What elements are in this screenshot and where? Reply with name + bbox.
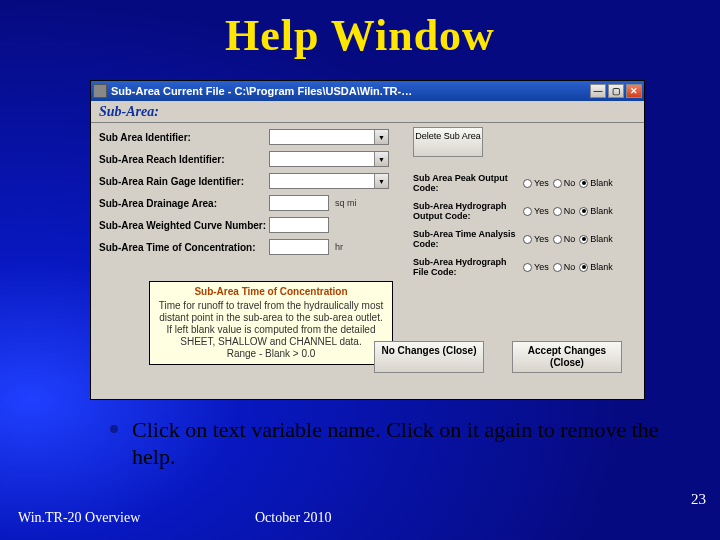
footer-date: October 2010: [255, 510, 332, 526]
label-hydro-code: Sub-Area Hydrograph Output Code:: [413, 201, 523, 221]
app-window: Sub-Area Current File - C:\Program Files…: [90, 80, 645, 400]
hydro-yes-radio[interactable]: Yes: [523, 206, 549, 216]
file-blank-radio[interactable]: Blank: [579, 262, 613, 272]
peak-yes-radio[interactable]: Yes: [523, 178, 549, 188]
time-blank-radio[interactable]: Blank: [579, 234, 613, 244]
file-no-radio[interactable]: No: [553, 262, 576, 272]
right-column: Sub Area Peak Output Code: Yes No Blank …: [413, 173, 637, 285]
label-identifier: Sub Area Identifier:: [99, 132, 269, 143]
chevron-down-icon[interactable]: ▼: [374, 174, 388, 188]
time-yes-radio[interactable]: Yes: [523, 234, 549, 244]
form-area: Delete Sub Area Sub Area Identifier: ▼ S…: [91, 123, 644, 383]
curve-input[interactable]: [269, 217, 329, 233]
identifier-combo[interactable]: ▼: [269, 129, 389, 145]
chevron-down-icon[interactable]: ▼: [374, 130, 388, 144]
tooltip-title: Sub-Area Time of Concentration: [156, 286, 386, 298]
minimize-button[interactable]: —: [590, 84, 606, 98]
toc-unit: hr: [335, 242, 343, 252]
delete-sub-area-button[interactable]: Delete Sub Area: [413, 127, 483, 157]
window-titlebar[interactable]: Sub-Area Current File - C:\Program Files…: [91, 81, 644, 101]
app-icon: [93, 84, 107, 98]
page-number: 23: [691, 491, 706, 508]
label-drainage: Sub-Area Drainage Area:: [99, 198, 269, 209]
toc-input[interactable]: [269, 239, 329, 255]
reach-combo[interactable]: ▼: [269, 151, 389, 167]
label-curve: Sub-Area Weighted Curve Number:: [99, 220, 269, 231]
label-reach: Sub-Area Reach Identifier:: [99, 154, 269, 165]
label-time-code: Sub-Area Time Analysis Code:: [413, 229, 523, 249]
close-button[interactable]: ✕: [626, 84, 642, 98]
file-yes-radio[interactable]: Yes: [523, 262, 549, 272]
label-raingage: Sub-Area Rain Gage Identifier:: [99, 176, 269, 187]
window-title-text: Sub-Area Current File - C:\Program Files…: [111, 85, 412, 97]
hydro-blank-radio[interactable]: Blank: [579, 206, 613, 216]
peak-no-radio[interactable]: No: [553, 178, 576, 188]
footer-left: Win.TR-20 Overview: [18, 510, 140, 526]
bullet-icon: [110, 425, 118, 433]
label-peak-code: Sub Area Peak Output Code:: [413, 173, 523, 193]
maximize-button[interactable]: ▢: [608, 84, 624, 98]
slide-title: Help Window: [0, 0, 720, 61]
bullet-text: Click on text variable name. Click on it…: [132, 416, 660, 470]
chevron-down-icon[interactable]: ▼: [374, 152, 388, 166]
slide-bullet: Click on text variable name. Click on it…: [110, 416, 660, 470]
panel-subheader: Sub-Area:: [91, 101, 644, 123]
drainage-unit: sq mi: [335, 198, 357, 208]
drainage-input[interactable]: [269, 195, 329, 211]
accept-changes-button[interactable]: Accept Changes (Close): [512, 341, 622, 373]
peak-blank-radio[interactable]: Blank: [579, 178, 613, 188]
hydro-no-radio[interactable]: No: [553, 206, 576, 216]
raingage-combo[interactable]: ▼: [269, 173, 389, 189]
no-changes-button[interactable]: No Changes (Close): [374, 341, 484, 373]
time-no-radio[interactable]: No: [553, 234, 576, 244]
label-file-code: Sub-Area Hydrograph File Code:: [413, 257, 523, 277]
label-toc: Sub-Area Time of Concentration:: [99, 242, 269, 253]
